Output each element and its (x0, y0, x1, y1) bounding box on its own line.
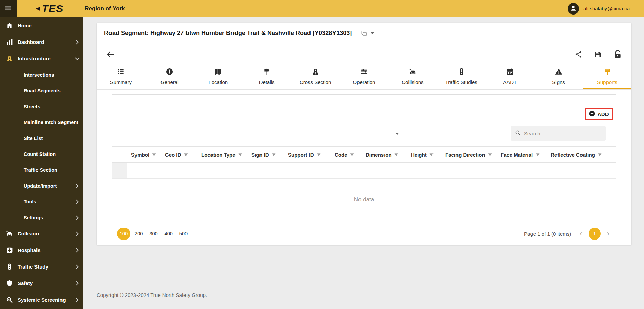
next-page-button[interactable]: › (605, 230, 611, 237)
header-filter-icon[interactable] (183, 152, 188, 157)
sidebar-item-safety[interactable]: Safety (0, 275, 83, 291)
info-icon (166, 68, 173, 77)
column-header-face-material[interactable]: Face Material (497, 147, 547, 162)
sidebar-item-road-segments[interactable]: Road Segments (0, 83, 83, 99)
header-filter-icon[interactable] (488, 152, 492, 157)
column-label: Face Material (501, 152, 533, 158)
user-avatar[interactable] (568, 3, 579, 15)
column-label: Reflective Coating (551, 152, 595, 158)
sign-support-icon (603, 68, 611, 77)
tab-operation[interactable]: Operation (340, 64, 389, 89)
sidebar-item-count-station[interactable]: Count Station (0, 146, 83, 162)
page-size-100[interactable]: 100 (117, 228, 130, 240)
column-header-dimension[interactable]: Dimension (362, 147, 407, 162)
tab-details[interactable]: Details (243, 64, 291, 89)
sidebar-item-tools[interactable]: Tools (0, 194, 83, 209)
magnifier-network-icon (6, 296, 13, 304)
plus-circle-icon (589, 110, 595, 118)
chevron-down-icon (76, 56, 79, 61)
header-filter-icon[interactable] (394, 152, 399, 157)
sidebar-subitem-label: Road Segments (24, 88, 61, 93)
column-header-location-type[interactable]: Location Type (197, 147, 247, 162)
header-filter-icon[interactable] (238, 152, 243, 157)
copy-icon[interactable] (361, 30, 367, 37)
sidebar-item-label: Safety (18, 280, 33, 286)
column-header-reflective-coating[interactable]: Reflective Coating (547, 147, 616, 162)
caret-down-icon[interactable] (371, 32, 374, 34)
back-button[interactable] (105, 49, 116, 60)
tab-cross-section[interactable]: Cross Section (291, 64, 340, 89)
header-filter-icon[interactable] (316, 152, 321, 157)
tab-aadt[interactable]: AADT (486, 64, 534, 89)
export-button[interactable] (302, 124, 399, 142)
column-header-symbol[interactable]: Symbol (127, 147, 161, 162)
sidebar-item-update-import[interactable]: Update/Import (0, 178, 83, 194)
sidebar-item-intersections[interactable]: Intersections (0, 67, 83, 83)
tab-collisions[interactable]: Collisions (388, 64, 437, 89)
page-size-300[interactable]: 300 (147, 228, 160, 240)
tab-traffic-studies[interactable]: Traffic Studies (437, 64, 486, 89)
page-size-200[interactable]: 200 (132, 228, 145, 240)
copyright-text: Copyright © 2023-2024 True North Safety … (97, 292, 644, 303)
signpost-icon (263, 68, 271, 77)
sidebar-item-settings[interactable]: Settings (0, 209, 83, 225)
header-filter-icon[interactable] (152, 152, 156, 157)
tab-label: Traffic Studies (445, 79, 477, 85)
tab-supports[interactable]: Supports (583, 64, 631, 89)
sidebar-item-label: Systemic Screening (18, 297, 66, 303)
row-command-cell (112, 163, 127, 178)
column-header-sign-id[interactable]: Sign ID (247, 147, 284, 162)
search-icon (515, 130, 521, 137)
sidebar-item-streets[interactable]: Streets (0, 99, 83, 114)
column-header-code[interactable]: Code (330, 147, 362, 162)
unlock-button[interactable] (612, 49, 623, 60)
sidebar-item-dashboard[interactable]: Dashboard (0, 34, 83, 50)
share-button[interactable] (574, 50, 584, 59)
sidebar-item-mainline-intch-segment[interactable]: Mainline Intch Segment (0, 114, 83, 130)
tab-label: Supports (597, 79, 617, 85)
save-button[interactable] (593, 50, 602, 59)
page-size-500[interactable]: 500 (177, 228, 190, 240)
sidebar-item-systemic-screening[interactable]: Systemic Screening (0, 291, 83, 308)
hamburger-menu-button[interactable] (0, 0, 17, 17)
tab-summary[interactable]: Summary (97, 64, 145, 89)
sidebar-item-home[interactable]: Home (0, 17, 83, 34)
column-chooser-button[interactable] (409, 124, 500, 142)
add-button[interactable]: ADD (589, 110, 609, 118)
car-crash-icon (6, 230, 13, 237)
sidebar-item-traffic-study[interactable]: Traffic Study (0, 258, 83, 275)
tab-label: AADT (503, 79, 517, 85)
column-header-geo-id[interactable]: Geo ID (161, 147, 197, 162)
current-page-button[interactable]: 1 (589, 228, 601, 240)
header-filter-icon[interactable] (535, 152, 540, 157)
header-filter-icon[interactable] (350, 152, 354, 157)
header-filter-icon[interactable] (429, 152, 434, 157)
add-button-highlight: ADD (585, 108, 613, 120)
tab-signs[interactable]: Signs (534, 64, 583, 89)
sidebar-item-traffic-section[interactable]: Traffic Section (0, 162, 83, 178)
column-header-height[interactable]: Height (407, 147, 441, 162)
search-box (511, 126, 606, 141)
tab-label: Cross Section (300, 79, 331, 85)
prev-page-button[interactable]: ‹ (578, 230, 584, 237)
page-size-selector: 100 200 300 400 500 (117, 228, 190, 240)
column-header-support-id[interactable]: Support ID (284, 147, 330, 162)
column-header-facing-direction[interactable]: Facing Direction (441, 147, 497, 162)
page-size-400[interactable]: 400 (162, 228, 175, 240)
header-filter-icon[interactable] (597, 152, 602, 157)
header-filter-icon[interactable] (271, 152, 276, 157)
search-input[interactable] (524, 131, 602, 136)
chevron-right-icon (76, 40, 79, 45)
sidebar-item-collision[interactable]: Collision (0, 225, 83, 242)
caret-down-icon (396, 131, 399, 136)
card-toolbar (97, 44, 631, 64)
sidebar-subitem-label: Intersections (24, 72, 54, 78)
tab-location[interactable]: Location (194, 64, 243, 89)
sidebar-item-site-list[interactable]: Site List (0, 130, 83, 146)
sidebar-item-infrastructure[interactable]: Infrastructure (0, 50, 83, 67)
sliders-icon (360, 68, 368, 77)
calendar-icon (506, 68, 514, 77)
sidebar-item-hospitals[interactable]: Hospitals (0, 242, 83, 258)
grid-toolbar (112, 124, 616, 142)
tab-general[interactable]: General (145, 64, 194, 89)
